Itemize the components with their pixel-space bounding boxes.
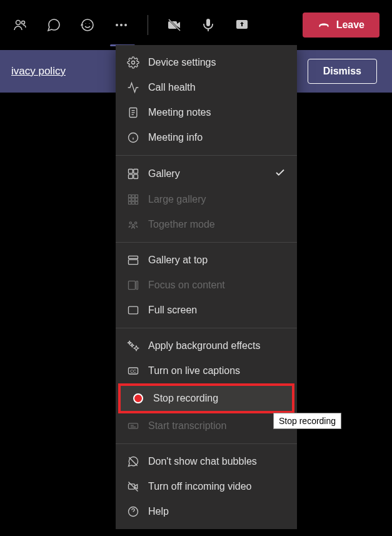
menu-label: Start transcription — [148, 420, 226, 432]
dismiss-button[interactable]: Dismiss — [308, 59, 377, 84]
menu-meeting-notes[interactable]: Meeting notes — [116, 100, 297, 125]
notes-icon — [127, 106, 139, 119]
svg-rect-26 — [135, 195, 138, 198]
svg-rect-39 — [136, 281, 138, 289]
svg-point-33 — [129, 222, 131, 224]
people-icon[interactable] — [13, 18, 28, 33]
svg-point-35 — [132, 225, 134, 226]
menu-focus-content: Focus on content — [116, 273, 297, 298]
menu-label: Meeting info — [148, 132, 203, 143]
divider — [148, 15, 148, 35]
svg-line-46 — [129, 457, 137, 465]
sparkle-icon — [127, 340, 139, 352]
menu-meeting-info[interactable]: Meeting info — [116, 125, 297, 150]
menu-full-screen[interactable]: Full screen — [116, 298, 297, 323]
tooltip-stop-recording: Stop recording — [273, 413, 341, 429]
video-off-icon — [127, 480, 139, 493]
gear-icon — [127, 56, 139, 69]
privacy-policy-link[interactable]: ivacy policy — [11, 65, 66, 78]
svg-rect-30 — [129, 201, 131, 204]
svg-rect-27 — [129, 198, 131, 201]
chat-icon[interactable] — [46, 18, 61, 33]
layout-row-icon — [127, 254, 139, 266]
together-icon — [127, 218, 139, 231]
svg-point-7 — [124, 24, 127, 26]
hangup-icon — [318, 19, 330, 31]
activity-icon — [127, 81, 139, 94]
svg-rect-28 — [132, 198, 134, 201]
menu-label: Call health — [148, 82, 196, 93]
menu-label: Focus on content — [148, 280, 225, 291]
svg-point-1 — [22, 21, 25, 24]
meeting-toolbar: Leave — [0, 0, 392, 50]
menu-label: Gallery — [148, 168, 180, 180]
svg-point-2 — [82, 19, 93, 31]
svg-rect-23 — [134, 174, 138, 179]
menu-label: Full screen — [148, 305, 197, 316]
svg-rect-29 — [135, 198, 138, 201]
leave-button[interactable]: Leave — [303, 13, 379, 38]
menu-label: Together mode — [148, 219, 215, 230]
chat-off-icon — [127, 455, 139, 468]
menu-label: Large gallery — [148, 194, 206, 205]
menu-background-effects[interactable]: Apply background effects — [116, 333, 297, 358]
more-actions-icon[interactable] — [114, 18, 129, 33]
svg-rect-31 — [132, 201, 134, 204]
menu-together-mode: Together mode — [116, 212, 297, 237]
menu-label: Turn on live captions — [148, 365, 240, 377]
svg-rect-22 — [129, 174, 133, 179]
check-icon — [274, 167, 286, 181]
info-icon — [127, 131, 139, 144]
menu-label: Don't show chat bubbles — [148, 456, 257, 467]
svg-point-0 — [16, 21, 21, 25]
camera-off-icon[interactable] — [167, 18, 182, 33]
large-grid-icon — [127, 193, 139, 206]
svg-rect-40 — [129, 306, 138, 314]
layout-side-icon — [127, 279, 139, 291]
menu-large-gallery: Large gallery — [116, 187, 297, 212]
menu-call-health[interactable]: Call health — [116, 75, 297, 100]
svg-rect-24 — [129, 195, 131, 198]
svg-rect-37 — [129, 260, 138, 265]
microphone-icon[interactable] — [201, 18, 216, 33]
fullscreen-icon — [127, 304, 139, 316]
svg-rect-21 — [134, 169, 138, 174]
menu-live-captions[interactable]: CC Turn on live captions — [116, 358, 297, 383]
menu-chat-bubbles[interactable]: Don't show chat bubbles — [116, 449, 297, 474]
reactions-icon[interactable] — [80, 18, 95, 33]
menu-label: Meeting notes — [148, 107, 211, 118]
menu-label: Gallery at top — [148, 255, 208, 266]
leave-label: Leave — [336, 19, 364, 31]
svg-point-6 — [120, 24, 123, 26]
svg-rect-32 — [135, 201, 138, 204]
share-icon[interactable] — [234, 18, 249, 33]
svg-point-5 — [116, 24, 118, 26]
menu-label: Turn off incoming video — [148, 481, 251, 492]
svg-point-34 — [135, 222, 137, 224]
menu-device-settings[interactable]: Device settings — [116, 50, 297, 75]
help-icon — [127, 505, 139, 518]
menu-help[interactable]: Help — [116, 499, 297, 524]
svg-line-48 — [129, 482, 138, 492]
svg-point-12 — [132, 61, 135, 64]
menu-label: Device settings — [148, 57, 216, 68]
menu-gallery[interactable]: Gallery — [116, 161, 297, 187]
svg-rect-25 — [132, 195, 134, 198]
menu-label: Apply background effects — [148, 340, 260, 351]
svg-text:CC: CC — [130, 369, 136, 373]
transcript-icon — [127, 420, 139, 432]
menu-gallery-top[interactable]: Gallery at top — [116, 248, 297, 273]
menu-incoming-video[interactable]: Turn off incoming video — [116, 474, 297, 499]
svg-rect-20 — [129, 169, 133, 174]
record-icon — [132, 392, 144, 405]
svg-rect-36 — [129, 256, 138, 258]
svg-rect-43 — [129, 423, 138, 428]
highlight-annotation: Stop recording — [118, 383, 294, 413]
cc-icon: CC — [127, 365, 139, 377]
menu-start-transcription: Start transcription — [116, 413, 297, 438]
more-actions-menu: Device settings Call health Meeting note… — [116, 45, 297, 529]
svg-rect-38 — [129, 281, 136, 289]
menu-stop-recording[interactable]: Stop recording — [121, 386, 292, 411]
grid-icon — [127, 168, 139, 180]
menu-label: Stop recording — [153, 393, 218, 404]
